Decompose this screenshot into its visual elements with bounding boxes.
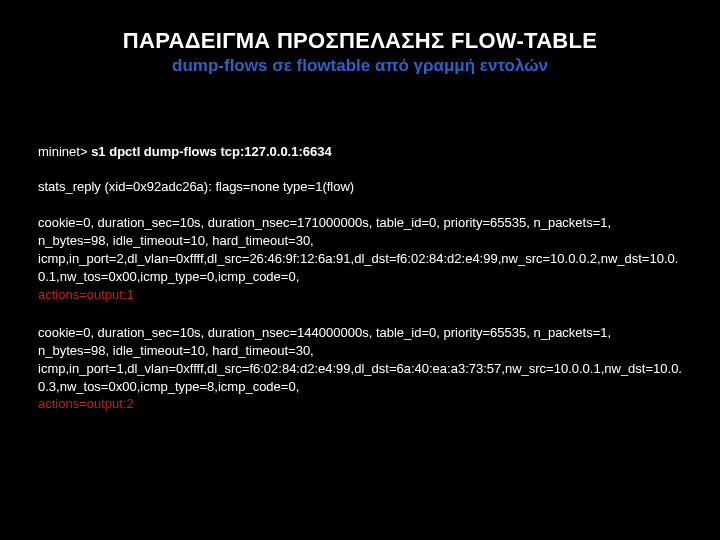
flow-body: cookie=0, duration_sec=10s, duration_nse… [38,325,682,394]
content-area: mininet> s1 dpctl dump-flows tcp:127.0.0… [36,144,684,413]
slide: ΠΑΡΑΔΕΙΓΜΑ ΠΡΟΣΠΕΛΑΣΗΣ FLOW-TABLE dump-f… [0,0,720,540]
flow-actions: actions=output:2 [38,396,134,411]
command-line: mininet> s1 dpctl dump-flows tcp:127.0.0… [38,144,682,159]
flow-entry: cookie=0, duration_sec=10s, duration_nse… [38,324,682,414]
stats-reply-line: stats_reply (xid=0x92adc26a): flags=none… [38,179,682,194]
shell-prompt: mininet> [38,144,91,159]
slide-title: ΠΑΡΑΔΕΙΓΜΑ ΠΡΟΣΠΕΛΑΣΗΣ FLOW-TABLE [36,28,684,54]
slide-subtitle: dump-flows σε flowtable από γραμμή εντολ… [36,56,684,76]
flow-body: cookie=0, duration_sec=10s, duration_nse… [38,215,678,284]
command-text: s1 dpctl dump-flows tcp:127.0.0.1:6634 [91,144,332,159]
flow-actions: actions=output:1 [38,287,134,302]
flow-entry: cookie=0, duration_sec=10s, duration_nse… [38,214,682,304]
